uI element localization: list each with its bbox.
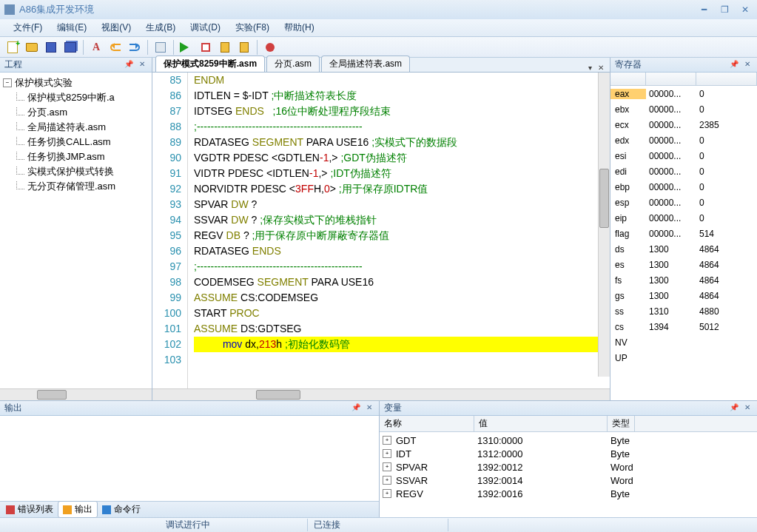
- build-button[interactable]: [152, 39, 169, 55]
- new-file-button[interactable]: [4, 39, 21, 55]
- variable-row[interactable]: +SSVAR1392:0014Word: [383, 474, 754, 487]
- register-row[interactable]: flag00000...514: [610, 226, 757, 241]
- variables-body[interactable]: +GDT1310:0000Byte+IDT1312:0000Byte+SPVAR…: [380, 432, 757, 517]
- expand-icon[interactable]: +: [383, 436, 391, 445]
- project-panel-title: 工程: [4, 58, 22, 71]
- tree-file[interactable]: 任务切换CALL.asm: [15, 135, 150, 149]
- pin-icon[interactable]: 📌: [729, 403, 739, 414]
- expand-icon[interactable]: +: [383, 449, 391, 458]
- variable-row[interactable]: +REGV1392:0016Byte: [383, 487, 754, 500]
- registers-header: [610, 73, 757, 86]
- output-tabs: 错误列表输出命令行: [0, 501, 379, 517]
- editor-tab[interactable]: 分页.asm: [266, 55, 320, 72]
- pin-icon[interactable]: 📌: [124, 60, 134, 70]
- output-tab[interactable]: 错误列表: [1, 502, 58, 517]
- collapse-icon[interactable]: −: [3, 78, 12, 87]
- menu-视图(V)[interactable]: 视图(V): [94, 20, 138, 36]
- app-title: A86集成开发环境: [19, 3, 696, 16]
- close-icon[interactable]: ✕: [364, 403, 374, 414]
- expand-icon[interactable]: +: [383, 462, 391, 471]
- status-connection: 已连接: [308, 519, 448, 531]
- register-row[interactable]: edx00000...0: [610, 132, 757, 148]
- variables-panel: 变量 📌 ✕ 名称值类型 +GDT1310:0000Byte+IDT1312:0…: [380, 401, 757, 517]
- register-row[interactable]: ebp00000...0: [610, 179, 757, 195]
- register-row[interactable]: NV: [610, 334, 757, 350]
- open-button[interactable]: [24, 39, 40, 55]
- variables-panel-title: 变量: [384, 402, 402, 414]
- code-editor[interactable]: 8586878889909192939495969798991001011021…: [152, 73, 610, 388]
- register-row[interactable]: gs13004864: [610, 288, 757, 303]
- tree-root[interactable]: − 保护模式实验: [1, 75, 150, 90]
- maximize-button[interactable]: ❐: [717, 4, 732, 15]
- output-panel-title: 输出: [4, 402, 22, 414]
- register-row[interactable]: esi00000...0: [610, 148, 757, 164]
- title-bar: A86集成开发环境 ━ ❐ ✕: [0, 0, 757, 19]
- menu-生成(B)[interactable]: 生成(B): [138, 20, 183, 36]
- output-tab[interactable]: 命令行: [98, 502, 145, 517]
- tree-file[interactable]: 全局描述符表.asm: [15, 120, 150, 135]
- save-all-button[interactable]: [62, 39, 78, 55]
- toolbar: A: [0, 37, 757, 58]
- project-tree[interactable]: − 保护模式实验 保护模式8259中断.a分页.asm全局描述符表.asm任务切…: [0, 73, 152, 388]
- tab-menu-icon[interactable]: ▾: [585, 64, 595, 72]
- font-button[interactable]: A: [88, 39, 104, 55]
- step-into-button[interactable]: [217, 39, 233, 55]
- stop-button[interactable]: [198, 39, 214, 55]
- tree-file[interactable]: 无分页存储管理.asm: [15, 179, 150, 194]
- register-row[interactable]: ds13004864: [610, 241, 757, 257]
- tree-file[interactable]: 实模式保护模式转换: [15, 164, 150, 179]
- horizontal-scrollbar[interactable]: [0, 388, 152, 400]
- registers-panel-title: 寄存器: [615, 58, 642, 71]
- pin-icon[interactable]: 📌: [729, 60, 739, 70]
- register-row[interactable]: esp00000...0: [610, 195, 757, 210]
- register-row[interactable]: cs13945012: [610, 319, 757, 334]
- close-icon[interactable]: ✕: [137, 60, 147, 70]
- register-row[interactable]: ebx00000...0: [610, 101, 757, 117]
- close-button[interactable]: ✕: [738, 4, 753, 15]
- editor-area: 保护模式8259中断.asm分页.asm全局描述符表.asm▾✕ 8586878…: [152, 58, 610, 400]
- expand-icon[interactable]: +: [383, 489, 391, 498]
- breakpoint-button[interactable]: [262, 39, 278, 55]
- register-row[interactable]: UP: [610, 350, 757, 366]
- menu-编辑(E)[interactable]: 编辑(E): [50, 20, 94, 36]
- tree-root-label: 保护模式实验: [15, 76, 73, 90]
- tab-close-icon[interactable]: ✕: [595, 64, 607, 72]
- run-button[interactable]: [178, 39, 195, 55]
- variable-row[interactable]: +IDT1312:0000Byte: [383, 447, 754, 460]
- undo-button[interactable]: [107, 39, 124, 55]
- close-icon[interactable]: ✕: [742, 60, 753, 70]
- register-row[interactable]: edi00000...0: [610, 164, 757, 179]
- line-gutter: 8586878889909192939495969798991001011021…: [152, 73, 188, 388]
- variable-row[interactable]: +GDT1310:0000Byte: [383, 434, 754, 447]
- menu-帮助(H)[interactable]: 帮助(H): [277, 20, 322, 36]
- close-icon[interactable]: ✕: [742, 403, 753, 414]
- register-row[interactable]: es13004864: [610, 257, 757, 272]
- tree-file[interactable]: 任务切换JMP.asm: [15, 149, 150, 164]
- menu-bar: 文件(F)编辑(E)视图(V)生成(B)调试(D)实验(F8)帮助(H): [0, 19, 757, 37]
- variables-header: 名称值类型: [380, 416, 757, 432]
- menu-调试(D)[interactable]: 调试(D): [183, 20, 228, 36]
- horizontal-scrollbar[interactable]: [152, 388, 610, 400]
- tree-file[interactable]: 分页.asm: [15, 105, 150, 120]
- variable-row[interactable]: +SPVAR1392:0012Word: [383, 460, 754, 474]
- step-over-button[interactable]: [236, 39, 252, 55]
- register-row[interactable]: eip00000...0: [610, 210, 757, 226]
- pin-icon[interactable]: 📌: [351, 403, 361, 414]
- register-row[interactable]: eax00000...0: [610, 86, 757, 101]
- tree-file[interactable]: 保护模式8259中断.a: [15, 90, 150, 105]
- register-row[interactable]: fs13004864: [610, 272, 757, 288]
- menu-实验(F8)[interactable]: 实验(F8): [228, 20, 277, 36]
- register-row[interactable]: ss13104880: [610, 303, 757, 319]
- menu-文件(F)[interactable]: 文件(F): [6, 20, 50, 36]
- output-tab[interactable]: 输出: [58, 501, 98, 518]
- tab-bar: 保护模式8259中断.asm分页.asm全局描述符表.asm▾✕: [152, 58, 610, 73]
- register-row[interactable]: ecx00000...2385: [610, 117, 757, 132]
- minimize-button[interactable]: ━: [696, 4, 711, 15]
- expand-icon[interactable]: +: [383, 476, 391, 485]
- save-button[interactable]: [43, 39, 59, 55]
- vertical-scrollbar[interactable]: [598, 73, 610, 377]
- editor-tab[interactable]: 保护模式8259中断.asm: [155, 55, 265, 72]
- editor-tab[interactable]: 全局描述符表.asm: [321, 55, 410, 72]
- output-body[interactable]: [0, 416, 379, 501]
- redo-button[interactable]: [127, 39, 143, 55]
